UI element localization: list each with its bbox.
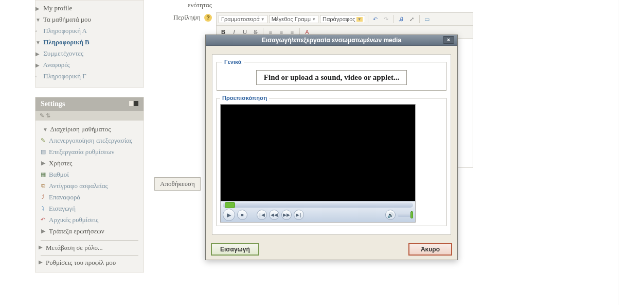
find-upload-button[interactable]: Find or upload a sound, video or applet.… bbox=[256, 70, 407, 85]
settings-link[interactable]: Βαθμοί bbox=[49, 171, 69, 178]
settings-item-turn-editing-off[interactable]: ✎ Απενεργοποίηση επεξεργασίας bbox=[38, 135, 141, 146]
import-icon: ⤵ bbox=[40, 205, 46, 212]
nav-link[interactable]: Πληροφορική Α bbox=[43, 27, 87, 35]
seek-bar[interactable] bbox=[223, 202, 413, 208]
form-row-section: ενότητας bbox=[154, 0, 613, 9]
settings-link[interactable]: Αρχικές ρυθμίσεις bbox=[49, 216, 98, 224]
dialog-titlebar[interactable]: Εισαγωγή/επεξεργασία ενσωματωμένων media… bbox=[206, 35, 457, 46]
stop-button[interactable]: ■ bbox=[237, 210, 247, 220]
nav-link-current[interactable]: Πληροφορική Β bbox=[43, 38, 89, 46]
general-fieldset: Γενικά Find or upload a sound, video or … bbox=[217, 59, 446, 91]
format-select[interactable]: Παράγραφος▼ bbox=[320, 15, 365, 23]
volume-thumb[interactable] bbox=[410, 211, 413, 218]
nav-item-participants[interactable]: ▶ Συμμετέχοντες bbox=[35, 48, 140, 59]
nav-item-my-profile[interactable]: ▶ My profile bbox=[35, 3, 140, 14]
settings-label: Τράπεζα ερωτήσεων bbox=[49, 227, 104, 235]
media-dialog: Εισαγωγή/επεξεργασία ενσωματωμένων media… bbox=[205, 35, 458, 260]
mute-button[interactable]: 🔊 bbox=[385, 210, 396, 220]
collapse-icon: ▼ bbox=[43, 127, 48, 132]
document-icon: ▤ bbox=[40, 148, 46, 155]
prev-button[interactable]: ∣◀ bbox=[257, 210, 267, 220]
settings-item-edit-settings[interactable]: ▤ Επεξεργασία ρυθμίσεων bbox=[38, 146, 141, 158]
select-label: Γραμματοσειρά bbox=[221, 16, 260, 22]
settings-item-import[interactable]: ⤵ Εισαγωγή bbox=[38, 203, 141, 214]
move-icon[interactable]: ⇅ bbox=[46, 112, 50, 118]
settings-link[interactable]: Απενεργοποίηση επεξεργασίας bbox=[49, 137, 132, 144]
player-controls: ▶ ■ ∣◀ ◀◀ ▶▶ ▶∣ 🔊 bbox=[221, 201, 415, 222]
forward-button[interactable]: ▶▶ bbox=[281, 210, 292, 220]
settings-link[interactable]: Αντίγραφο ασφαλείας bbox=[49, 182, 108, 190]
settings-label: Μετάβαση σε ρόλο... bbox=[41, 244, 138, 252]
preview-legend: Προεπισκόπηση bbox=[220, 95, 269, 101]
preview-fieldset: Προεπισκόπηση ▶ ■ ∣◀ bbox=[217, 95, 446, 226]
block-controls[interactable] bbox=[128, 100, 138, 108]
settings-item-restore[interactable]: ⤴ Επαναφορά bbox=[38, 192, 141, 203]
backup-icon: ⧉ bbox=[40, 182, 46, 189]
close-button[interactable]: × bbox=[443, 36, 454, 44]
seek-thumb[interactable] bbox=[225, 202, 235, 208]
settings-item-users[interactable]: ▶ Χρήστες bbox=[38, 158, 141, 169]
separator bbox=[393, 15, 394, 23]
section-label: ενότητας bbox=[154, 0, 216, 9]
rewind-button[interactable]: ◀◀ bbox=[269, 210, 279, 220]
settings-item-grades[interactable]: ▦ Βαθμοί bbox=[38, 169, 141, 180]
settings-section-switch-role[interactable]: ▶ Μετάβαση σε ρόλο... bbox=[41, 240, 138, 252]
nav-link[interactable]: Αναφορές bbox=[43, 61, 70, 69]
settings-section-profile-settings[interactable]: ▶ Ρυθμίσεις του προφίλ μου bbox=[41, 255, 138, 267]
nav-item-course-a[interactable]: ▫ Πληροφορική Α bbox=[35, 25, 140, 37]
find-replace-button[interactable]: Ꭿ bbox=[397, 14, 406, 24]
layout-button[interactable]: ▭ bbox=[422, 14, 432, 24]
expand-icon: ▶ bbox=[35, 6, 41, 11]
settings-subheader: ✎ ⇅ bbox=[35, 111, 144, 121]
video-canvas bbox=[221, 105, 415, 201]
save-button[interactable]: Αποθήκευση bbox=[154, 177, 201, 191]
settings-link[interactable]: Εισαγωγή bbox=[49, 205, 76, 212]
collapse-icon: ▼ bbox=[35, 17, 41, 23]
settings-section-course-admin[interactable]: ▼ Διαχείριση μαθήματος bbox=[38, 124, 141, 135]
toggle-fullscreen-button[interactable]: ⤢ bbox=[407, 14, 417, 24]
expand-icon: ▶ bbox=[39, 244, 44, 250]
dialog-title: Εισαγωγή/επεξεργασία ενσωματωμένων media bbox=[262, 37, 401, 44]
redo-button[interactable]: ↷ bbox=[382, 14, 391, 24]
sidebar: ▶ My profile ▼ Τα μαθήματά μου ▫ Πληροφο… bbox=[0, 0, 144, 305]
editor-toolbar-row1: Γραμματοσειρά▼ Μέγεθος Γραμμ▼ Παράγραφος… bbox=[217, 13, 473, 26]
next-button[interactable]: ▶∣ bbox=[294, 210, 304, 220]
settings-label: Ρυθμίσεις του προφίλ μου bbox=[41, 259, 138, 267]
select-label: Παράγραφος bbox=[323, 16, 355, 22]
settings-header: Settings bbox=[35, 97, 144, 111]
dock-icon[interactable] bbox=[129, 101, 133, 106]
hide-icon[interactable] bbox=[134, 101, 138, 106]
settings-title: Settings bbox=[41, 100, 65, 108]
select-label: Μέγεθος Γραμμ bbox=[272, 16, 311, 22]
separator bbox=[368, 15, 368, 23]
nav-label: Τα μαθήματά μου bbox=[43, 15, 91, 23]
summary-label: Περίληψη bbox=[173, 13, 201, 21]
general-legend: Γενικά bbox=[222, 59, 244, 65]
insert-button[interactable]: Εισαγωγή bbox=[211, 243, 259, 256]
chevron-down-icon: ▼ bbox=[356, 17, 363, 22]
help-icon[interactable]: ? bbox=[204, 14, 212, 22]
nav-link[interactable]: Συμμετέχοντες bbox=[43, 49, 83, 57]
nav-link[interactable]: Πληροφορική Γ bbox=[43, 72, 86, 80]
cancel-button[interactable]: Άκυρο bbox=[408, 243, 452, 256]
edit-icon[interactable]: ✎ bbox=[40, 112, 44, 118]
nav-item-reports[interactable]: ▶ Αναφορές bbox=[35, 59, 140, 71]
font-family-select[interactable]: Γραμματοσειρά▼ bbox=[219, 15, 267, 23]
separator bbox=[419, 15, 420, 23]
expand-icon: ▶ bbox=[35, 51, 41, 57]
settings-item-question-bank[interactable]: ▶ Τράπεζα ερωτήσεων bbox=[38, 226, 141, 237]
dialog-inner: Γενικά Find or upload a sound, video or … bbox=[212, 54, 451, 235]
nav-item-course-c[interactable]: ▫ Πληροφορική Γ bbox=[35, 71, 140, 82]
font-size-select[interactable]: Μέγεθος Γραμμ▼ bbox=[269, 15, 318, 23]
settings-item-backup[interactable]: ⧉ Αντίγραφο ασφαλείας bbox=[38, 180, 141, 192]
undo-button[interactable]: ↶ bbox=[371, 14, 380, 24]
settings-link[interactable]: Επεξεργασία ρυθμίσεων bbox=[49, 148, 114, 156]
nav-item-my-courses[interactable]: ▼ Τα μαθήματά μου bbox=[35, 14, 140, 25]
nav-label: My profile bbox=[43, 4, 72, 12]
volume-slider[interactable] bbox=[398, 213, 413, 217]
settings-link[interactable]: Επαναφορά bbox=[49, 193, 80, 201]
chevron-down-icon: ▼ bbox=[312, 17, 316, 22]
settings-item-reset[interactable]: ↶ Αρχικές ρυθμίσεις bbox=[38, 214, 141, 226]
play-button[interactable]: ▶ bbox=[223, 209, 235, 221]
nav-item-course-b[interactable]: ▼ Πληροφορική Β bbox=[35, 37, 140, 48]
